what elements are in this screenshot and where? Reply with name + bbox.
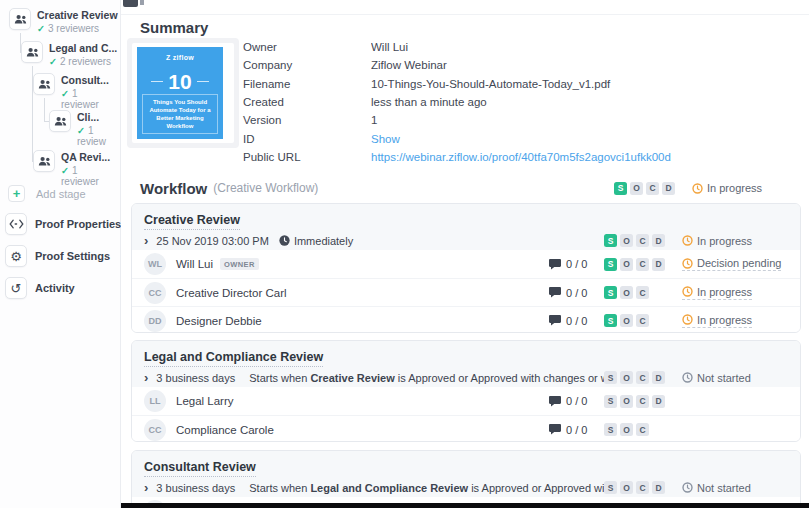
badge-s[interactable]: S: [604, 481, 617, 494]
stage-title[interactable]: Creative Review: [144, 213, 240, 230]
comment-count[interactable]: 0 / 0: [549, 258, 604, 270]
badge-o[interactable]: O: [620, 314, 633, 327]
stage-title[interactable]: Legal and Compliance Review: [144, 350, 323, 367]
check-icon: ✓: [77, 125, 85, 136]
add-stage-button[interactable]: + Add stage: [8, 185, 86, 202]
field-value: Will Lui: [371, 41, 799, 53]
badge-s[interactable]: S: [604, 371, 617, 384]
stage-reviewer-count: ✓2 reviewers: [49, 56, 117, 67]
field-label: Public URL: [243, 151, 371, 163]
field-label: Company: [243, 59, 371, 71]
sidebar-stage-creative-review[interactable]: Creative Review ✓3 reviewers: [9, 8, 118, 34]
field-label: ID: [243, 133, 371, 145]
comment-count[interactable]: 0 / 0: [549, 315, 604, 327]
stage-label: Consult...: [61, 74, 117, 86]
stage-label: Cli...: [77, 111, 121, 123]
comment-count[interactable]: 0 / 0: [549, 424, 604, 436]
field-row-filename: Filename 10-Things-You-Should-Automate-T…: [243, 75, 799, 93]
chevron-right-icon[interactable]: ›: [144, 481, 148, 494]
reviewer-name: Creative Director Carl: [176, 287, 287, 299]
proof-thumbnail[interactable]: Z ziflow 10 Things You Should Automate T…: [127, 38, 239, 148]
reviewer-name: Legal Larry: [176, 395, 234, 407]
stage-socd-badges: S O C D: [604, 481, 682, 494]
badge-c[interactable]: C: [636, 371, 649, 384]
badge-d[interactable]: D: [652, 258, 665, 271]
reviewer-status[interactable]: In progress: [682, 314, 752, 328]
sidebar-stage-legal[interactable]: Legal and C... ✓2 reviewers: [21, 41, 117, 67]
sidebar-stage-qa-review[interactable]: QA Revi... ✓1 reviewer: [33, 150, 117, 187]
badge-o[interactable]: O: [630, 182, 643, 195]
check-icon: ✓: [61, 165, 69, 176]
badge-c[interactable]: C: [636, 258, 649, 271]
badge-c[interactable]: C: [646, 182, 659, 195]
reviewers-icon: [49, 110, 71, 132]
reviewer-name: Compliance Carole: [176, 424, 274, 436]
reviewer-socd-badges: S O C D: [604, 395, 682, 408]
badge-o[interactable]: O: [620, 481, 633, 494]
badge-c[interactable]: C: [636, 423, 649, 436]
sidebar-item-activity[interactable]: ↺ Activity: [5, 277, 75, 299]
badge-d[interactable]: D: [662, 182, 675, 195]
badge-d[interactable]: D: [652, 481, 665, 494]
show-id-link[interactable]: Show: [371, 133, 400, 145]
clock-icon: [682, 258, 693, 269]
divider: [121, 14, 809, 15]
sidebar-item-proof-properties[interactable]: Proof Properties: [5, 213, 121, 235]
badge-s[interactable]: S: [604, 234, 617, 247]
workflow-header: Workflow (Creative Workflow) S O C D In …: [140, 177, 800, 199]
badge-s[interactable]: S: [604, 258, 617, 271]
badge-o[interactable]: O: [620, 234, 633, 247]
badge-s[interactable]: S: [604, 286, 617, 299]
stage-deadline[interactable]: 3 business days: [156, 482, 235, 494]
badge-s[interactable]: S: [614, 182, 627, 195]
reviewer-status[interactable]: In progress: [682, 286, 752, 300]
badge-c[interactable]: C: [636, 314, 649, 327]
badge-o[interactable]: O: [620, 258, 633, 271]
badge-d[interactable]: D: [652, 395, 665, 408]
stage-title[interactable]: Consultant Review: [144, 460, 256, 477]
badge-s[interactable]: S: [604, 395, 617, 408]
badge-o[interactable]: O: [620, 395, 633, 408]
clock-icon: [682, 372, 693, 383]
reviewer-socd-badges: S O C: [604, 286, 682, 299]
badge-c[interactable]: C: [636, 481, 649, 494]
badge-d[interactable]: D: [652, 234, 665, 247]
plus-icon: +: [8, 185, 25, 202]
reviewer-status[interactable]: Decision pending: [682, 257, 781, 271]
stage-label: Legal and C...: [49, 42, 117, 54]
badge-o[interactable]: O: [620, 423, 633, 436]
clock-icon: [682, 314, 693, 325]
badge-c[interactable]: C: [636, 286, 649, 299]
badge-s[interactable]: S: [604, 423, 617, 436]
sidebar-item-proof-settings[interactable]: ⚙︎ Proof Settings: [5, 245, 110, 267]
comment-count[interactable]: 0 / 0: [549, 287, 604, 299]
field-row-company: Company Ziflow Webinar: [243, 56, 799, 74]
summary-heading: Summary: [140, 19, 208, 36]
check-icon: ✓: [37, 23, 45, 34]
stage-status: In progress: [682, 235, 752, 247]
badge-c[interactable]: C: [636, 234, 649, 247]
badge-d[interactable]: D: [652, 371, 665, 384]
main-content: Summary Z ziflow 10 Things You Should Au…: [121, 0, 809, 508]
badge-s[interactable]: S: [604, 314, 617, 327]
stage-header: Legal and Compliance Review › 3 business…: [132, 341, 800, 387]
chevron-right-icon[interactable]: ›: [144, 371, 148, 384]
badge-c[interactable]: C: [636, 395, 649, 408]
stage-header: Consultant Review › 3 business days Star…: [132, 451, 800, 497]
chevron-right-icon[interactable]: ›: [144, 234, 148, 247]
sidebar-stage-client[interactable]: Cli... ✓1 review: [49, 110, 121, 147]
cover-number: 10: [137, 71, 223, 92]
stage-deadline[interactable]: 3 business days: [156, 372, 235, 384]
add-stage-label: Add stage: [36, 188, 86, 200]
avatar: CC: [144, 419, 166, 441]
badge-o[interactable]: O: [620, 286, 633, 299]
stage-reviewer-count: ✓3 reviewers: [37, 23, 118, 34]
stage-socd-badges: S O C D: [604, 234, 682, 247]
sidebar-stage-consultant[interactable]: Consult... ✓1 reviewer: [33, 73, 117, 110]
comment-count[interactable]: 0 / 0: [549, 395, 604, 407]
badge-o[interactable]: O: [620, 371, 633, 384]
stage-deadline[interactable]: 25 Nov 2019 03:00 PM: [156, 235, 269, 247]
public-url-link[interactable]: https://webinar.ziflow.io/proof/40tfa70m…: [371, 151, 671, 163]
stage-label: QA Revi...: [61, 151, 117, 163]
stage-label: Creative Review: [37, 9, 118, 21]
